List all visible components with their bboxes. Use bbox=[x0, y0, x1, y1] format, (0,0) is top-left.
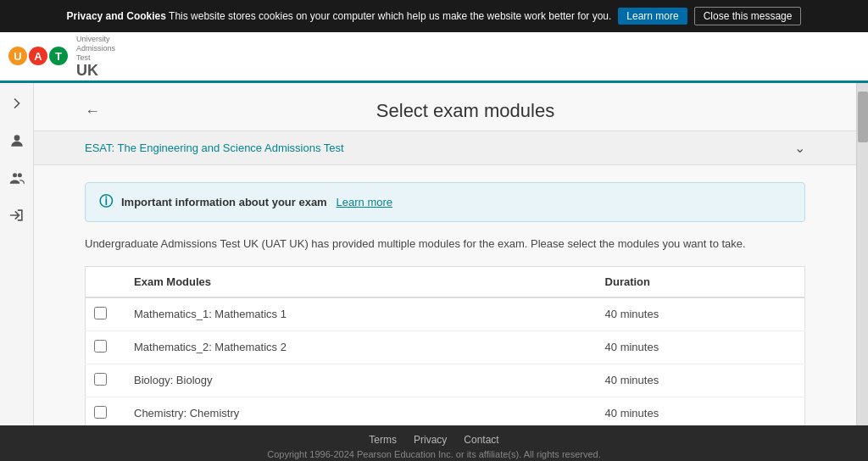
logo: U A T UniversityAdmissionsTest UK bbox=[8, 35, 115, 77]
svg-point-0 bbox=[14, 135, 19, 141]
main-content: ← Select exam modules ESAT: The Engineer… bbox=[34, 83, 856, 425]
modules-table: Exam Modules Duration Mathematics_1: Mat… bbox=[85, 266, 805, 426]
info-label: Important information about your exam bbox=[121, 196, 327, 208]
table-row: Chemistry: Chemistry 40 minutes bbox=[86, 397, 805, 425]
logo-text: UniversityAdmissionsTest UK bbox=[76, 35, 115, 77]
module-checkbox-cell[interactable] bbox=[86, 330, 121, 364]
table-row: Mathematics_2: Mathematics 2 40 minutes bbox=[86, 330, 805, 364]
scrollbar[interactable] bbox=[856, 83, 868, 425]
info-banner: ⓘ Important information about your exam … bbox=[85, 182, 805, 222]
logo-uk: UK bbox=[76, 63, 115, 78]
description-text: Undergraduate Admissions Test UK (UAT UK… bbox=[85, 236, 805, 253]
module-name: Biology: Biology bbox=[120, 364, 592, 397]
module-checkbox-1[interactable] bbox=[94, 340, 107, 353]
module-name: Mathematics_1: Mathematics 1 bbox=[120, 297, 592, 331]
page-title: Select exam modules bbox=[108, 100, 822, 122]
info-learn-more-link[interactable]: Learn more bbox=[337, 196, 392, 208]
cookie-text: Privacy and Cookies This website stores … bbox=[67, 10, 612, 22]
logo-letters: U A T bbox=[8, 47, 68, 65]
exam-dropdown[interactable]: ESAT: The Engineering and Science Admiss… bbox=[34, 131, 856, 165]
sidebar bbox=[0, 83, 34, 425]
sidebar-user-icon[interactable] bbox=[5, 129, 29, 153]
module-name: Chemistry: Chemistry bbox=[120, 397, 592, 425]
learn-more-button[interactable]: Learn more bbox=[618, 8, 687, 25]
duration-col-header: Duration bbox=[592, 266, 805, 297]
table-row: Biology: Biology 40 minutes bbox=[86, 364, 805, 397]
module-duration: 40 minutes bbox=[592, 397, 805, 425]
module-checkbox-0[interactable] bbox=[94, 307, 107, 319]
close-message-button[interactable]: Close this message bbox=[694, 7, 802, 25]
module-checkbox-cell[interactable] bbox=[86, 297, 121, 331]
module-checkbox-2[interactable] bbox=[94, 373, 107, 386]
page-title-area: ← Select exam modules bbox=[34, 83, 856, 131]
footer-link-contact[interactable]: Contact bbox=[464, 434, 498, 446]
svg-point-1 bbox=[13, 173, 17, 177]
module-duration: 40 minutes bbox=[592, 330, 805, 364]
copyright-text: Copyright 1996-2024 Pearson Education In… bbox=[8, 449, 860, 459]
footer: TermsPrivacyContact Copyright 1996-2024 … bbox=[0, 425, 868, 461]
exam-link[interactable]: ESAT: The Engineering and Science Admiss… bbox=[85, 142, 344, 154]
cookie-bold: Privacy and Cookies bbox=[67, 10, 166, 22]
modules-table-body: Mathematics_1: Mathematics 1 40 minutes … bbox=[86, 297, 805, 426]
module-col-header: Exam Modules bbox=[120, 266, 592, 297]
sidebar-expand-icon[interactable] bbox=[5, 92, 29, 115]
svg-point-2 bbox=[17, 173, 21, 177]
sidebar-signout-icon[interactable] bbox=[5, 203, 29, 227]
logo-letter-u: U bbox=[8, 47, 27, 65]
scroll-thumb[interactable] bbox=[858, 92, 868, 142]
module-duration: 40 minutes bbox=[592, 297, 805, 331]
module-checkbox-cell[interactable] bbox=[86, 397, 121, 425]
chevron-down-icon: ⌄ bbox=[794, 140, 805, 156]
content-box: ⓘ Important information about your exam … bbox=[85, 182, 805, 425]
footer-link-terms[interactable]: Terms bbox=[369, 434, 397, 446]
logo-letter-t: T bbox=[49, 47, 68, 65]
table-row: Mathematics_1: Mathematics 1 40 minutes bbox=[86, 297, 805, 331]
sidebar-group-icon[interactable] bbox=[5, 166, 29, 190]
cookie-rest: This website stores cookies on your comp… bbox=[169, 10, 611, 22]
back-button[interactable]: ← bbox=[85, 103, 100, 120]
footer-link-privacy[interactable]: Privacy bbox=[414, 434, 447, 446]
logo-letter-a: A bbox=[29, 47, 47, 65]
header: U A T UniversityAdmissionsTest UK bbox=[0, 32, 868, 83]
info-icon: ⓘ bbox=[99, 193, 113, 211]
cookie-bar: Privacy and Cookies This website stores … bbox=[0, 0, 868, 32]
module-duration: 40 minutes bbox=[592, 364, 805, 397]
info-text: Important information about your exam Le… bbox=[121, 196, 392, 208]
checkbox-col-header bbox=[86, 266, 121, 297]
module-checkbox-cell[interactable] bbox=[86, 364, 121, 397]
module-name: Mathematics_2: Mathematics 2 bbox=[120, 330, 592, 364]
footer-links: TermsPrivacyContact bbox=[8, 434, 860, 446]
layout: ← Select exam modules ESAT: The Engineer… bbox=[0, 83, 868, 425]
module-checkbox-3[interactable] bbox=[94, 406, 107, 419]
